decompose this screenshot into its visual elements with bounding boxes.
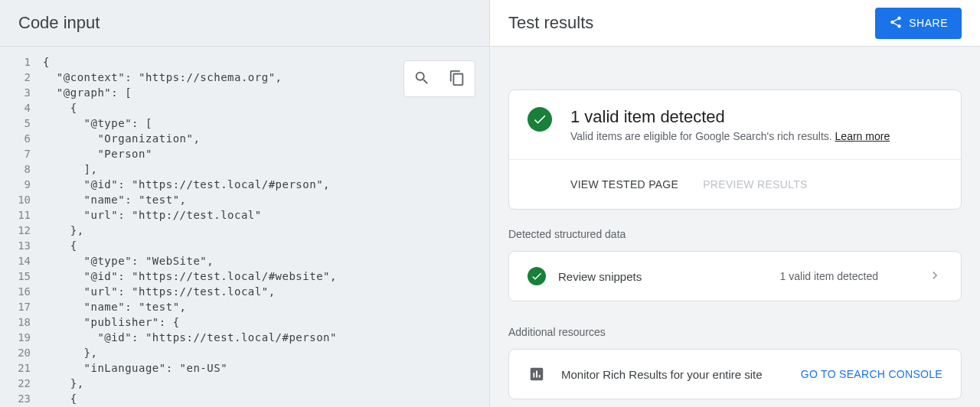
valid-text-block: 1 valid item detected Valid items are el… [570, 107, 890, 142]
code-editor[interactable]: 1234567891011121314151617181920212223 { … [0, 47, 489, 407]
copy-button[interactable] [439, 61, 475, 96]
copy-icon [449, 70, 466, 89]
learn-more-link[interactable]: Learn more [835, 130, 890, 142]
go-to-search-console-button[interactable]: GO TO SEARCH CONSOLE [801, 368, 942, 380]
share-icon [889, 15, 903, 31]
review-snippets-row[interactable]: Review snippets 1 valid item detected [508, 251, 962, 301]
preview-results-button: PREVIEW RESULTS [703, 160, 808, 209]
bar-chart-icon [528, 365, 546, 383]
search-console-resource: Monitor Rich Results for your entire sit… [508, 349, 962, 399]
chevron-right-icon [927, 268, 942, 285]
share-button[interactable]: SHARE [875, 8, 962, 39]
additional-resources-label: Additional resources [508, 326, 962, 338]
checkmark-icon [528, 267, 546, 285]
code-input-header: Code input [0, 0, 489, 47]
row-label: Review snippets [558, 270, 768, 283]
resource-text: Monitor Rich Results for your entire sit… [561, 368, 786, 381]
valid-items-card: 1 valid item detected Valid items are el… [508, 90, 962, 210]
code-content[interactable]: { "@context": "https://schema.org", "@gr… [37, 47, 489, 407]
valid-subtitle: Valid items are eligible for Google Sear… [570, 130, 890, 142]
checkmark-icon [528, 107, 552, 132]
search-button[interactable] [404, 61, 439, 96]
search-icon [413, 70, 430, 89]
test-results-header: Test results SHARE [490, 0, 980, 47]
code-input-pane: Code input 12345678910111213141516171819… [0, 0, 490, 407]
detected-data-label: Detected structured data [508, 228, 962, 240]
test-results-pane: Test results SHARE 1 valid item detected… [490, 0, 980, 407]
code-editor-wrap: 1234567891011121314151617181920212223 { … [0, 47, 489, 407]
valid-card-actions: VIEW TESTED PAGE PREVIEW RESULTS [509, 159, 961, 209]
line-gutter: 1234567891011121314151617181920212223 [0, 47, 37, 407]
code-input-title: Code input [18, 13, 100, 33]
share-label: SHARE [909, 17, 948, 29]
row-count: 1 valid item detected [780, 270, 878, 282]
view-tested-page-button[interactable]: VIEW TESTED PAGE [570, 160, 678, 209]
valid-summary-row: 1 valid item detected Valid items are el… [509, 90, 961, 159]
test-results-body: 1 valid item detected Valid items are el… [490, 47, 980, 407]
editor-toolbar [403, 60, 475, 97]
valid-title: 1 valid item detected [570, 107, 890, 127]
valid-sub-text: Valid items are eligible for Google Sear… [570, 130, 835, 142]
test-results-title: Test results [508, 13, 593, 33]
